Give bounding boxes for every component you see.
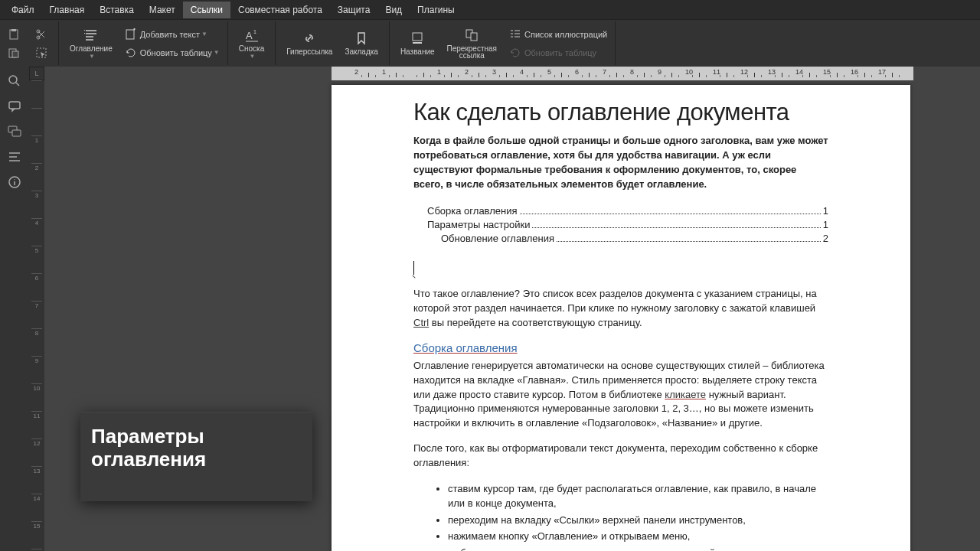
hyperlink-button[interactable]: Гиперссылка bbox=[280, 28, 338, 59]
bullet-list: ставим курсор там, где будет располагать… bbox=[448, 481, 828, 551]
paragraph-1: Что такое оглавление? Это список всех ра… bbox=[413, 287, 828, 331]
refresh-table-disabled: Обновить таблицу bbox=[506, 45, 610, 60]
menu-bar: ФайлГлавнаяВставкаМакетСсылкиСовместная … bbox=[0, 0, 980, 19]
menu-item-1[interactable]: Главная bbox=[42, 2, 93, 18]
list-item-3: выбираем один из двух вариантов макета: … bbox=[448, 546, 828, 551]
refresh-icon bbox=[509, 47, 521, 59]
overlay-line-2: оглавления bbox=[91, 448, 302, 471]
lead-paragraph: Когда в файле больше одной страницы и бо… bbox=[413, 134, 828, 191]
illustrations-icon bbox=[509, 28, 521, 41]
list-item-2: нажимаем кнопку «Оглавление» и открываем… bbox=[448, 529, 828, 544]
toc-entry-1[interactable]: Параметры настройки 1 bbox=[413, 219, 828, 230]
horizontal-ruler[interactable]: 211234567891011121314151617 bbox=[332, 67, 913, 80]
headings-icon[interactable] bbox=[8, 150, 21, 164]
crossref-button[interactable]: Перекрестная ссылка bbox=[441, 24, 503, 63]
heading-2: Сборка оглавления bbox=[413, 341, 828, 354]
refresh-table-label: Обновить таблицу bbox=[140, 48, 212, 57]
paste-button[interactable] bbox=[5, 27, 26, 42]
add-text-icon bbox=[125, 28, 137, 41]
ctrl-link: Ctrl bbox=[413, 317, 429, 328]
caption-button[interactable]: Название bbox=[394, 28, 441, 59]
menu-item-7[interactable]: Вид bbox=[377, 2, 410, 18]
toc-label: Оглавление bbox=[70, 44, 113, 53]
click-link: кликаете bbox=[665, 389, 706, 400]
list-item-1: переходим на вкладку «Ссылки» верхней па… bbox=[448, 513, 828, 528]
illustrations-label: Список иллюстраций bbox=[524, 30, 607, 39]
info-icon[interactable] bbox=[8, 175, 21, 189]
menu-item-2[interactable]: Вставка bbox=[92, 2, 142, 18]
hyperlink-label: Гиперссылка bbox=[286, 47, 332, 56]
menu-item-0[interactable]: Файл bbox=[4, 2, 42, 18]
overlay-tooltip: Параметры оглавления bbox=[80, 412, 312, 501]
scissors-icon bbox=[35, 28, 47, 41]
chevron-down-icon: ▼ bbox=[201, 31, 207, 37]
footnote-label: Сноска bbox=[239, 44, 264, 53]
svg-rect-14 bbox=[471, 33, 477, 41]
overlay-line-1: Параметры bbox=[91, 425, 302, 448]
comments-icon[interactable] bbox=[8, 99, 21, 113]
paste-button-2[interactable] bbox=[5, 45, 26, 60]
para1-text-a: Что такое оглавление? Это список всех ра… bbox=[413, 288, 817, 314]
toc-icon bbox=[83, 28, 99, 43]
svg-rect-8 bbox=[84, 33, 85, 34]
toc-entry-0[interactable]: Сборка оглавления 1 bbox=[413, 205, 828, 217]
menu-item-4[interactable]: Ссылки bbox=[183, 2, 230, 18]
svg-rect-18 bbox=[12, 130, 21, 136]
refresh-icon bbox=[125, 47, 137, 59]
svg-rect-9 bbox=[126, 30, 134, 39]
svg-text:1: 1 bbox=[253, 29, 256, 34]
select-icon bbox=[35, 47, 47, 59]
illustrations-button[interactable]: Список иллюстраций bbox=[506, 27, 610, 42]
paragraph-2: Оглавление генерируется автоматически на… bbox=[413, 359, 828, 431]
add-text-label: Добавить текст bbox=[140, 30, 200, 39]
clipboard-icon bbox=[8, 28, 20, 41]
left-sidebar bbox=[0, 67, 29, 551]
document-page[interactable]: Как сделать оглавление документа Когда в… bbox=[332, 85, 910, 551]
footnote-icon: A1 bbox=[244, 28, 260, 43]
toc-entry-2[interactable]: Обновление оглавления 2 bbox=[413, 233, 828, 244]
cut-button[interactable] bbox=[32, 27, 54, 42]
list-item-0: ставим курсор там, где будет располагать… bbox=[448, 481, 828, 511]
text-cursor bbox=[413, 261, 828, 282]
svg-rect-7 bbox=[84, 30, 85, 31]
refresh-table-button[interactable]: Обновить таблицу ▼ bbox=[122, 45, 223, 60]
link-icon bbox=[302, 31, 317, 46]
vertical-ruler[interactable]: 12345678910111213141516 bbox=[29, 80, 44, 551]
chevron-down-icon: ▼ bbox=[250, 53, 256, 60]
ribbon-toolbar: Оглавление ▼ Добавить текст ▼ Обновить т… bbox=[0, 19, 980, 67]
refresh-table-disabled-label: Обновить таблицу bbox=[524, 48, 596, 57]
menu-item-3[interactable]: Макет bbox=[142, 2, 183, 18]
add-text-button[interactable]: Добавить текст ▼ bbox=[122, 27, 223, 42]
svg-rect-1 bbox=[11, 29, 16, 31]
select-button[interactable] bbox=[32, 45, 54, 60]
footnote-button[interactable]: A1 Сноска ▼ bbox=[233, 24, 270, 63]
menu-item-6[interactable]: Защита bbox=[330, 2, 378, 18]
menu-item-5[interactable]: Совместная работа bbox=[230, 2, 330, 18]
menu-item-8[interactable]: Плагины bbox=[410, 2, 462, 18]
paste-icon bbox=[8, 47, 20, 59]
svg-point-15 bbox=[9, 76, 17, 83]
svg-rect-16 bbox=[9, 102, 20, 109]
svg-text:A: A bbox=[246, 30, 253, 41]
toc-button[interactable]: Оглавление ▼ bbox=[64, 24, 119, 63]
chat-icon[interactable] bbox=[8, 125, 21, 139]
bookmark-button[interactable]: Закладка bbox=[338, 28, 384, 59]
caption-label: Название bbox=[400, 47, 435, 56]
crossref-label-2: ссылка bbox=[459, 51, 485, 60]
crossref-icon bbox=[464, 28, 479, 43]
svg-rect-12 bbox=[413, 33, 422, 41]
page-title: Как сделать оглавление документа bbox=[413, 99, 828, 126]
toc-block: Сборка оглавления 1Параметры настройки 1… bbox=[413, 205, 828, 244]
bookmark-icon bbox=[354, 31, 369, 46]
para1-text-b: вы перейдете на соответствующую страницу… bbox=[429, 317, 642, 328]
chevron-down-icon: ▼ bbox=[214, 49, 220, 56]
ruler-corner[interactable]: L bbox=[29, 67, 44, 80]
paragraph-3: После того, как вы отформатировали текст… bbox=[413, 442, 828, 471]
search-icon[interactable] bbox=[8, 74, 21, 88]
bookmark-label: Закладка bbox=[345, 47, 377, 56]
chevron-down-icon: ▼ bbox=[89, 53, 95, 60]
svg-rect-3 bbox=[12, 51, 18, 57]
caption-icon bbox=[410, 31, 425, 46]
